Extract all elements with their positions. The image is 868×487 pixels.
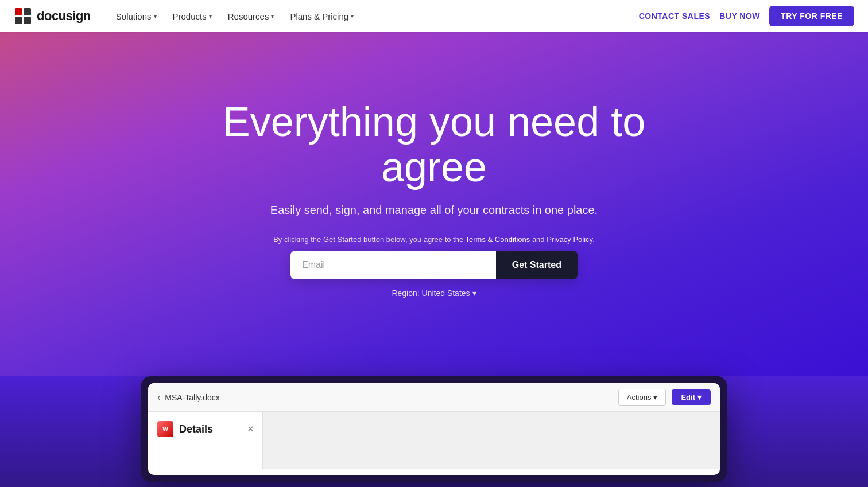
preview-details-panel: W Details ×	[148, 412, 263, 469]
try-free-button[interactable]: TRY FOR FREE	[769, 6, 854, 26]
edit-chevron-icon: ▾	[698, 393, 702, 402]
legal-mid: and	[530, 235, 547, 244]
edit-label: Edit	[681, 393, 695, 402]
logo-text: docusign	[37, 9, 91, 24]
preview-window: ‹ MSA-Tally.docx Actions ▾ Edit ▾	[148, 383, 720, 475]
privacy-policy-link[interactable]: Privacy Policy	[547, 235, 592, 244]
doc-icon: W	[157, 421, 173, 437]
navbar-actions: CONTACT SALES BUY NOW TRY FOR FREE	[639, 6, 854, 26]
preview-topbar-left: ‹ MSA-Tally.docx	[157, 392, 220, 403]
preview-section: ‹ MSA-Tally.docx Actions ▾ Edit ▾	[0, 376, 868, 487]
hero-title: Everything you need to agree	[176, 99, 692, 190]
details-label: Details	[179, 423, 213, 435]
preview-topbar: ‹ MSA-Tally.docx Actions ▾ Edit ▾	[148, 383, 720, 412]
nav-plans-label: Plans & Pricing	[290, 11, 348, 21]
docusign-logo-icon	[14, 7, 32, 25]
preview-topbar-right: Actions ▾ Edit ▾	[618, 389, 711, 406]
actions-button[interactable]: Actions ▾	[618, 389, 666, 406]
products-chevron-icon: ▾	[209, 13, 212, 20]
get-started-button[interactable]: Get Started	[496, 251, 578, 279]
resources-chevron-icon: ▾	[271, 13, 274, 20]
back-button[interactable]: ‹	[157, 392, 160, 403]
nav-resources-label: Resources	[228, 11, 269, 21]
email-form: Get Started	[290, 251, 578, 279]
svg-rect-4	[24, 17, 31, 24]
svg-rect-1	[15, 8, 22, 15]
nav-item-plans[interactable]: Plans & Pricing ▾	[283, 7, 361, 26]
preview-content: W Details ×	[148, 412, 720, 469]
nav-item-resources[interactable]: Resources ▾	[221, 7, 281, 26]
legal-after: .	[592, 235, 595, 244]
actions-label: Actions	[627, 393, 652, 402]
hero-legal-text: By clicking the Get Started button below…	[273, 235, 595, 244]
preview-filename: MSA-Tally.docx	[165, 393, 219, 402]
nav-item-solutions[interactable]: Solutions ▾	[109, 7, 164, 26]
nav-item-products[interactable]: Products ▾	[166, 7, 219, 26]
details-close-button[interactable]: ×	[248, 424, 253, 434]
solutions-chevron-icon: ▾	[154, 13, 157, 20]
contact-sales-link[interactable]: CONTACT SALES	[639, 11, 710, 21]
nav-solutions-label: Solutions	[116, 11, 152, 21]
details-header: W Details ×	[157, 421, 253, 437]
hero-section: Everything you need to agree Easily send…	[0, 32, 868, 376]
nav-products-label: Products	[173, 11, 207, 21]
terms-conditions-link[interactable]: Terms & Conditions	[466, 235, 530, 244]
logo-link[interactable]: docusign	[14, 7, 91, 25]
hero-subtitle: Easily send, sign, and manage all of you…	[270, 204, 598, 217]
preview-container: ‹ MSA-Tally.docx Actions ▾ Edit ▾	[141, 376, 727, 482]
preview-main-area	[263, 412, 720, 469]
plans-chevron-icon: ▾	[351, 13, 354, 20]
email-input[interactable]	[290, 251, 496, 279]
buy-now-link[interactable]: BUY NOW	[719, 11, 760, 21]
svg-rect-3	[15, 17, 22, 24]
navbar-nav: Solutions ▾ Products ▾ Resources ▾ Plans…	[109, 7, 639, 26]
region-chevron-icon: ▾	[472, 289, 476, 298]
edit-button[interactable]: Edit ▾	[672, 389, 711, 405]
legal-before: By clicking the Get Started button below…	[273, 235, 465, 244]
actions-chevron-icon: ▾	[653, 393, 657, 402]
region-selector[interactable]: Region: United States ▾	[392, 289, 476, 298]
svg-rect-2	[24, 8, 31, 15]
navbar: docusign Solutions ▾ Products ▾ Resource…	[0, 0, 868, 32]
region-label: Region: United States	[392, 289, 470, 298]
